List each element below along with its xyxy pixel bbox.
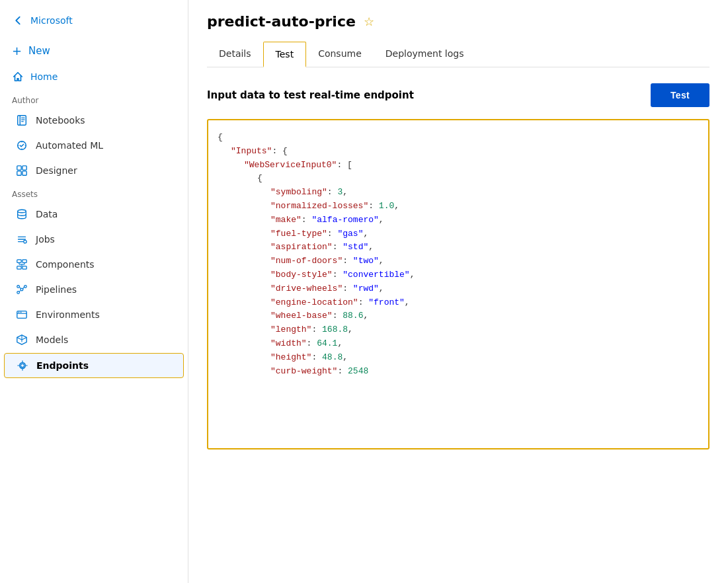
content-area: Input data to test real-time endpoint Te… [188, 67, 728, 583]
home-nav-item[interactable]: Home [0, 64, 188, 89]
json-editor[interactable]: { "Inputs": { "WebServiceInput0": [ { "s… [207, 119, 709, 449]
sidebar-item-models[interactable]: Models [4, 328, 184, 352]
plus-icon: + [12, 44, 22, 58]
sidebar-item-designer[interactable]: Designer [4, 159, 184, 182]
new-label: New [28, 45, 50, 57]
svg-rect-8 [17, 171, 21, 175]
svg-rect-6 [17, 166, 21, 170]
sidebar-item-pipelines[interactable]: Pipelines [4, 278, 184, 301]
svg-line-32 [17, 337, 22, 340]
new-button[interactable]: + New [0, 37, 188, 64]
sidebar: Microsoft + New Home Author Notebooks [0, 0, 188, 583]
components-label: Components [36, 259, 95, 270]
endpoints-icon [17, 360, 28, 371]
svg-rect-9 [22, 171, 26, 175]
tab-test[interactable]: Test [263, 42, 307, 67]
tabs-bar: Details Test Consume Deployment logs [207, 42, 709, 67]
page-title-row: predict-auto-price ☆ [207, 13, 709, 30]
svg-rect-0 [18, 116, 26, 125]
automated-ml-icon [16, 139, 28, 151]
tab-details[interactable]: Details [207, 42, 263, 67]
favorite-star-icon[interactable]: ☆ [364, 15, 374, 28]
sidebar-item-notebooks[interactable]: Notebooks [4, 108, 184, 132]
sidebar-item-environments[interactable]: Environments [4, 303, 184, 327]
svg-rect-12 [17, 260, 21, 263]
svg-point-10 [18, 210, 26, 213]
svg-point-11 [24, 240, 27, 243]
svg-point-21 [20, 288, 23, 291]
svg-rect-7 [22, 166, 26, 170]
pipelines-icon [16, 284, 28, 295]
jobs-label: Jobs [36, 234, 55, 245]
input-section-title: Input data to test real-time endpoint [207, 89, 414, 101]
data-label: Data [36, 209, 58, 219]
sidebar-item-data[interactable]: Data [4, 202, 184, 226]
tab-consume[interactable]: Consume [306, 42, 374, 67]
main-header: predict-auto-price ☆ Details Test Consum… [188, 0, 728, 67]
sidebar-item-endpoints[interactable]: Endpoints [4, 353, 184, 378]
components-icon [16, 258, 28, 270]
back-icon [12, 15, 24, 26]
assets-section-label: Assets [0, 183, 188, 202]
sidebar-item-components[interactable]: Components [4, 253, 184, 276]
microsoft-back-button[interactable]: Microsoft [0, 8, 188, 37]
svg-point-30 [20, 312, 22, 313]
endpoints-label: Endpoints [36, 360, 89, 371]
data-icon [16, 208, 28, 220]
sidebar-item-jobs[interactable]: Jobs [4, 227, 184, 251]
environments-label: Environments [36, 309, 100, 320]
svg-point-23 [17, 292, 20, 294]
svg-rect-14 [17, 266, 21, 270]
svg-point-20 [17, 286, 20, 288]
svg-line-33 [22, 337, 26, 340]
svg-line-24 [19, 287, 20, 290]
environments-icon [16, 309, 28, 321]
jobs-icon [16, 233, 28, 245]
home-icon [12, 71, 24, 83]
designer-label: Designer [36, 165, 77, 176]
home-label: Home [30, 71, 58, 82]
svg-point-22 [24, 286, 27, 288]
svg-rect-15 [22, 266, 26, 270]
svg-point-34 [20, 364, 24, 367]
svg-line-26 [19, 290, 21, 292]
page-title: predict-auto-price [207, 13, 356, 30]
microsoft-label: Microsoft [30, 15, 73, 26]
models-icon [16, 334, 28, 346]
designer-icon [16, 165, 28, 176]
notebooks-icon [16, 114, 28, 126]
svg-point-29 [19, 312, 20, 313]
input-section-header: Input data to test real-time endpoint Te… [207, 83, 709, 107]
test-button[interactable]: Test [651, 83, 709, 107]
notebooks-label: Notebooks [36, 115, 85, 126]
author-section-label: Author [0, 89, 188, 108]
pipelines-label: Pipelines [36, 284, 77, 295]
svg-rect-13 [22, 260, 26, 263]
main-content: predict-auto-price ☆ Details Test Consum… [188, 0, 728, 583]
tab-deployment-logs[interactable]: Deployment logs [374, 42, 476, 67]
sidebar-item-automated-ml[interactable]: Automated ML [4, 134, 184, 157]
svg-line-25 [23, 287, 24, 290]
models-label: Models [36, 334, 68, 345]
automated-ml-label: Automated ML [36, 140, 103, 151]
